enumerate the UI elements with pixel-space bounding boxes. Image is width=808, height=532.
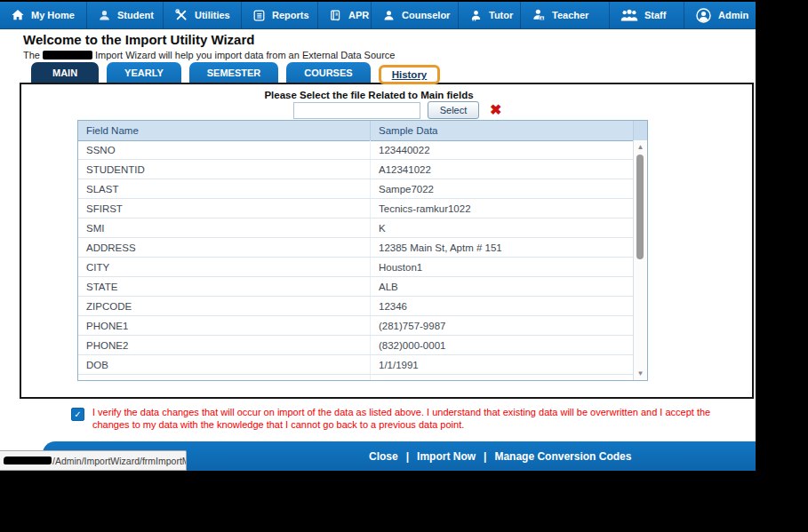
table-row: STATEALB <box>78 277 634 297</box>
footer-actions: Close | Import Now | Manage Conversion C… <box>369 441 631 471</box>
top-navigation: My Home Student Utilities Reports <box>0 2 756 29</box>
file-select-row: Select ✖ <box>293 101 501 119</box>
wizard-tabs: MAIN YEARLY SEMESTER COURSES History <box>31 62 440 83</box>
scroll-up-icon[interactable]: ▲ <box>634 143 647 151</box>
browser-page: My Home Student Utilities Reports <box>0 2 756 471</box>
table-body: SSNO123440022 STUDENTIDA12341022 SLASTSa… <box>78 140 634 380</box>
select-file-button[interactable]: Select <box>428 101 479 119</box>
tab-history[interactable]: History <box>392 69 428 80</box>
nav-label: My Home <box>31 10 75 20</box>
verify-checkbox[interactable]: ✓ <box>71 408 84 421</box>
table-header-scroll-cell <box>633 121 647 140</box>
column-header-field-name: Field Name <box>78 125 370 136</box>
nav-item-staff[interactable]: Staff <box>610 2 684 28</box>
scrollbar-thumb[interactable] <box>636 155 644 259</box>
reports-icon <box>252 9 266 22</box>
scroll-down-icon[interactable]: ▼ <box>634 369 647 377</box>
nav-label: Admin <box>718 10 748 20</box>
nav-label: Teacher <box>552 10 588 20</box>
nav-label: Utilities <box>195 10 230 20</box>
table-row: DOB1/1/1991 <box>78 355 634 375</box>
close-button[interactable]: Close <box>369 450 398 463</box>
nav-label: Tutor <box>489 10 513 20</box>
nav-label: Counselor <box>402 10 450 20</box>
screenshot-stage: My Home Student Utilities Reports <box>0 0 808 532</box>
import-now-button[interactable]: Import Now <box>417 450 476 463</box>
nav-label: Student <box>117 10 154 20</box>
status-url-text: /Admin/ImportWizard/frmImportMaping.aspx… <box>52 456 187 466</box>
table-row: PHONE1(281)757-9987 <box>78 316 634 336</box>
wizard-panel: Please Select the file Related to Main f… <box>20 83 754 399</box>
table-row: SMIK <box>78 218 634 238</box>
redaction-box <box>43 51 92 60</box>
tab-yearly[interactable]: YEARLY <box>107 62 181 83</box>
student-icon <box>98 9 111 22</box>
tab-courses[interactable]: COURSES <box>286 62 370 83</box>
nav-label: APR <box>348 10 369 20</box>
admin-icon <box>695 7 712 24</box>
table-header-row: Field Name Sample Data <box>78 121 647 141</box>
nav-item-admin[interactable]: Admin <box>684 2 754 28</box>
table-scrollbar[interactable]: ▲ ▼ <box>633 140 647 380</box>
redaction-box <box>4 457 52 465</box>
nav-item-utilities[interactable]: Utilities <box>164 2 242 28</box>
status-url-tooltip: /Admin/ImportWizard/frmImportMaping.aspx… <box>0 450 187 471</box>
home-icon <box>11 8 25 22</box>
nav-item-apr[interactable]: APR <box>318 2 372 28</box>
verify-row: ✓ I verify the data changes that will oc… <box>71 406 722 431</box>
nav-item-tutor[interactable]: Tutor <box>459 2 521 28</box>
column-header-sample-data: Sample Data <box>370 121 633 140</box>
nav-item-reports[interactable]: Reports <box>242 2 318 28</box>
table-row: ADDRESS12385 Main St, Aptm # 151 <box>78 238 634 258</box>
nav-item-my-home[interactable]: My Home <box>0 2 87 28</box>
page-subtitle: TheImport Wizard will help you import da… <box>23 50 395 60</box>
field-mapping-table: Field Name Sample Data SSNO123440022 STU… <box>77 120 648 381</box>
tab-history-highlight[interactable]: History <box>379 65 441 84</box>
counselor-icon <box>382 9 396 22</box>
nav-item-student[interactable]: Student <box>87 2 164 28</box>
table-row: ZIPCODE12346 <box>78 297 634 316</box>
utilities-icon <box>174 8 188 22</box>
table-row: ENTRYDATE9/1/2015 <box>78 375 634 380</box>
svg-text:A: A <box>540 16 543 20</box>
table-row: SFIRSTTecnics-ramkur1022 <box>78 199 634 218</box>
staff-group-icon <box>620 9 638 22</box>
clear-file-icon[interactable]: ✖ <box>490 103 501 117</box>
teacher-icon: A <box>532 8 546 22</box>
verify-warning-text: I verify the data changes that will occu… <box>92 406 722 431</box>
apr-book-icon <box>329 9 342 22</box>
table-row: STUDENTIDA12341022 <box>78 160 634 179</box>
file-path-input[interactable] <box>293 102 420 119</box>
tab-main[interactable]: MAIN <box>31 62 99 83</box>
file-select-prompt: Please Select the file Related to Main f… <box>21 90 752 100</box>
table-row: SLASTSampe7022 <box>78 179 634 199</box>
manage-conversion-codes-button[interactable]: Manage Conversion Codes <box>494 450 631 463</box>
tab-semester[interactable]: SEMESTER <box>189 62 279 83</box>
page-title: Welcome to the Import Utility Wizard <box>23 32 254 47</box>
nav-item-teacher[interactable]: A Teacher <box>521 2 610 28</box>
nav-item-counselor[interactable]: Counselor <box>372 2 459 28</box>
table-row: CITYHouston1 <box>78 258 634 277</box>
table-row: PHONE2(832)000-0001 <box>78 336 634 355</box>
nav-label: Reports <box>272 10 309 20</box>
table-row: SSNO123440022 <box>78 140 634 160</box>
nav-label: Staff <box>644 10 666 20</box>
tutor-icon <box>469 9 483 22</box>
